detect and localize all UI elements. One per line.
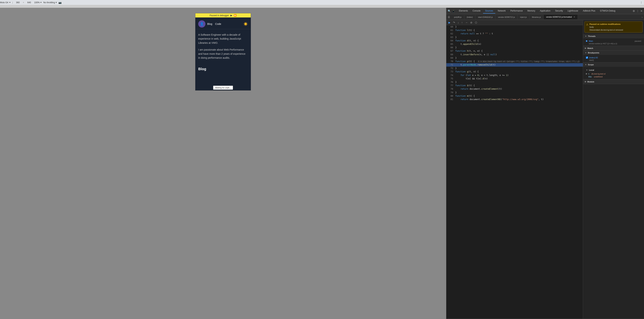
step-btn[interactable]: → <box>464 21 468 24</box>
module-header[interactable]: ▶ Module <box>583 79 644 84</box>
settings-icon[interactable]: ⚙ <box>633 10 635 13</box>
nav-code[interactable]: Code <box>215 23 221 25</box>
resume-btn[interactable]: ▶ <box>448 21 451 24</box>
step-into-btn[interactable]: ↓ <box>457 21 460 24</box>
code-editor[interactable]: ▶ ↷ ↓ ↑ → ⊘ ⬡ 60 } 61 <box>446 20 583 319</box>
resume-icon[interactable]: ▶ <box>230 14 232 17</box>
file-tab-close-icon[interactable]: ✕ <box>574 16 575 18</box>
bp-file: (index):92 <box>589 57 598 59</box>
tab-gtm[interactable]: GTM/GA Debug <box>598 9 618 14</box>
dimension-separator: | <box>12 1 13 4</box>
scope-arrow-icon: ▼ <box>585 64 587 66</box>
more-icon[interactable]: ⋮ <box>636 10 639 13</box>
avatar: 👤 <box>198 20 206 28</box>
throttle-selector[interactable]: No throttling ▼ <box>43 1 57 4</box>
pause-on-exception-btn[interactable]: ⬡ <box>474 21 478 24</box>
throttle-arrow-icon: ▼ <box>55 2 57 4</box>
description-1: A Software Engineer with a decade of exp… <box>198 33 248 45</box>
file-tab-libraries[interactable]: libraries.js <box>530 15 544 19</box>
threads-header[interactable]: ▼ Threads <box>583 34 644 38</box>
step-out-btn[interactable]: ↑ <box>461 21 464 24</box>
top-toolbar: Moto G4 ▼ | 360 × 640 100% ▼ No throttli… <box>0 0 644 5</box>
sidebar-toggle[interactable]: ☰ <box>446 16 452 19</box>
width-input[interactable]: 360 <box>14 1 22 4</box>
file-tabs-nav[interactable]: › <box>640 16 644 19</box>
watch-label: Watch <box>587 47 593 49</box>
module-arrow-icon: ▶ <box>585 81 586 83</box>
tab-security[interactable]: Security <box>553 9 565 14</box>
bp-checkbox[interactable] <box>586 57 588 59</box>
nav-blog[interactable]: Blog <box>207 23 212 25</box>
threads-section: ▼ Threads Main paused service-worker.js … <box>583 34 644 46</box>
dimension-x: × <box>23 1 24 4</box>
code-line: 81 return document.createElementNS("http… <box>446 98 583 101</box>
tab-console[interactable]: Console <box>470 9 483 14</box>
file-tab-polyfill[interactable]: polyfill.js <box>452 15 464 19</box>
warning-icon: ⚠ <box>586 23 588 26</box>
code-line: 78 return document.createElement(t) <box>446 87 583 91</box>
file-tab-index[interactable]: (index) <box>464 15 476 19</box>
site-header: 👤 Blog Code ☀️ <box>195 18 251 29</box>
tab-memory[interactable]: Memory <box>525 9 537 14</box>
site-content: A Software Engineer with a decade of exp… <box>195 29 251 63</box>
zoom-arrow-icon: ▼ <box>40 2 42 4</box>
code-line: 77 function $(t) { <box>446 84 583 87</box>
code-line: 74 for (let e = 0; e < t.length; e += 1) <box>446 74 583 77</box>
scope-section: ▼ Scope ▼ Local ▶ t: div.text-lg.te <box>583 63 644 79</box>
tab-performance[interactable]: Performance <box>508 9 525 14</box>
devtools-inspect-icon[interactable]: 🔍 <box>448 10 451 13</box>
paused-title: Paused on subtree modifications <box>590 23 623 25</box>
code-line: 67 function h(t, n, e) { <box>446 49 583 53</box>
breakpoints-section: ▼ Breakpoints (index):92 start({ <box>583 51 644 63</box>
tab-lighthouse[interactable]: Lighthouse <box>566 9 580 14</box>
code-line: 66 } <box>446 46 583 49</box>
code-line: 68 t.insertBefore(n, e || null) <box>446 53 583 56</box>
description-2: I am passionate about Web Performance an… <box>198 48 248 60</box>
code-line: 65 t.appendChild(n) <box>446 43 583 46</box>
bp-arrow-icon: ▼ <box>585 52 587 54</box>
more-options-icon[interactable]: ⋮ <box>640 1 642 4</box>
file-tab-vendor-formatted[interactable]: vendor-925f0722.js:formatted ✕ <box>544 15 578 19</box>
tab-network[interactable]: Network <box>496 9 508 14</box>
tab-sources[interactable]: Sources <box>483 9 495 14</box>
theme-toggle-icon[interactable]: ☀️ <box>244 22 248 26</box>
watch-header[interactable]: ▶ Watch <box>583 46 644 50</box>
scope-val-this: undefined <box>594 76 602 78</box>
tab-elements[interactable]: Elements <box>457 9 470 14</box>
threads-arrow-icon: ▼ <box>585 35 587 37</box>
paused-text: Paused in debugger <box>210 14 229 17</box>
thread-indicator <box>586 40 587 42</box>
tab-adblock[interactable]: Adblock Plus <box>581 9 598 14</box>
file-tab-vendor[interactable]: vendor-925f0722.js <box>496 15 518 19</box>
code-line: 70 function p(t) { t = div.text-lg.text-… <box>446 60 583 63</box>
local-arrow-icon: ▼ <box>586 69 588 71</box>
threads-content: Main paused service-worker.js #427 (()=>… <box>583 38 644 46</box>
step-over-icon[interactable]: ⏩ <box>234 14 236 17</box>
scope-local-label: Local <box>589 69 594 71</box>
file-tab-start[interactable]: start-034fd2d3.js <box>476 15 496 19</box>
zoom-selector[interactable]: 100% ▼ <box>34 1 42 4</box>
file-tab-inject[interactable]: inject.js <box>518 15 530 19</box>
code-line: 72 } <box>446 67 583 70</box>
preview-area: Paused in debugger ▶ ⏩ 👤 Blog Code ☀️ <box>0 8 446 319</box>
scope-content: ▼ Local ▶ t: div.text-lg.text-xl this: u… <box>583 67 644 79</box>
avatar-image: 👤 <box>198 20 206 28</box>
close-devtools-icon[interactable]: ✕ <box>640 10 642 13</box>
code-line: 75 t[e] && t[e].d(n) <box>446 77 583 81</box>
tab-application[interactable]: Application <box>538 9 552 14</box>
scope-local-header[interactable]: ▼ Local <box>586 68 641 72</box>
height-input[interactable]: 640 <box>26 1 33 4</box>
deactivate-btn[interactable]: ⊘ <box>470 21 473 24</box>
devtools-device-icon[interactable]: 📱 <box>452 10 455 13</box>
device-selector[interactable]: Moto G4 ▼ <box>0 1 11 4</box>
throttle-label: No throttling <box>43 1 55 4</box>
scope-header[interactable]: ▼ Scope <box>583 63 644 67</box>
main-layout: Paused in debugger ▶ ⏩ 👤 Blog Code ☀️ <box>0 8 644 319</box>
paused-notice-content: Paused on subtree modifications body Des… <box>590 23 623 31</box>
waiting-tooltip: Waiting for unpk... <box>213 86 233 90</box>
breakpoints-header[interactable]: ▼ Breakpoints <box>583 51 644 55</box>
capture-icon[interactable]: 📷 <box>58 1 62 4</box>
step-over-btn[interactable]: ↷ <box>452 21 456 24</box>
bp-code: start({ <box>586 59 641 61</box>
site-header-left: 👤 Blog Code <box>198 20 221 28</box>
